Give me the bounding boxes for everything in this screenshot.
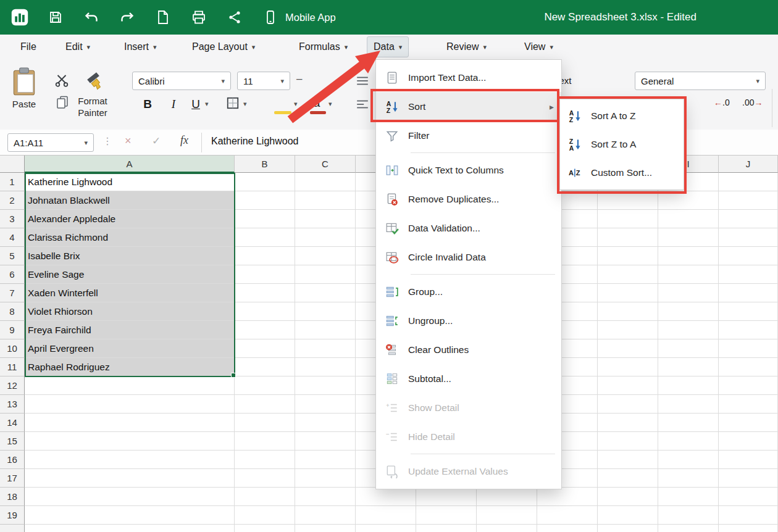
cell-h19[interactable] xyxy=(598,506,658,525)
cell-b1[interactable] xyxy=(235,173,295,191)
cell-h3[interactable] xyxy=(598,210,658,228)
cell-c19[interactable] xyxy=(295,506,356,525)
cell-j1[interactable] xyxy=(719,173,778,191)
font-name-select[interactable]: Calibri ▾ xyxy=(132,72,231,90)
cell-a5[interactable]: Isabelle Brix xyxy=(25,247,235,265)
cell-i2[interactable] xyxy=(658,191,719,210)
column-header-j[interactable]: J xyxy=(719,156,778,173)
cell-j9[interactable] xyxy=(719,321,778,339)
cell-c12[interactable] xyxy=(295,376,356,395)
number-format-select[interactable]: General ▾ xyxy=(635,72,766,90)
cell-h15[interactable] xyxy=(598,432,658,451)
row-header-5[interactable]: 5 xyxy=(0,247,25,265)
data-menu-item-quick-text-to-columns[interactable]: Quick Text to Columns xyxy=(376,156,561,185)
bold-button[interactable]: B xyxy=(140,95,156,114)
share-icon[interactable] xyxy=(226,9,243,26)
data-menu-item-filter[interactable]: Filter xyxy=(376,121,561,150)
mobile-app-button[interactable]: Mobile App xyxy=(262,9,336,26)
row-header-8[interactable]: 8 xyxy=(0,302,25,321)
cell-j6[interactable] xyxy=(719,265,778,284)
cell-h16[interactable] xyxy=(598,451,658,469)
cancel-entry-icon[interactable]: × xyxy=(125,135,132,148)
cell-j8[interactable] xyxy=(719,302,778,321)
cell-b5[interactable] xyxy=(235,247,295,265)
cell-i15[interactable] xyxy=(658,432,719,451)
chevron-down-icon[interactable]: ▾ xyxy=(205,100,209,108)
row-header-20[interactable] xyxy=(0,525,25,532)
cell-h18[interactable] xyxy=(598,488,658,506)
menubar-item-file[interactable]: File xyxy=(14,36,43,57)
cell-b17[interactable] xyxy=(235,469,295,488)
cell-b18[interactable] xyxy=(235,488,295,506)
data-menu-item-update-external-values[interactable]: Update External Values xyxy=(376,457,561,486)
cell-c2[interactable] xyxy=(295,191,356,210)
print-icon[interactable] xyxy=(190,9,207,26)
cell-h17[interactable] xyxy=(598,469,658,488)
menubar-item-review[interactable]: Review▾ xyxy=(440,36,493,57)
cell-c13[interactable] xyxy=(295,395,356,414)
align-left-icon[interactable] xyxy=(356,99,369,112)
cell-h12[interactable] xyxy=(598,376,658,395)
row-header-2[interactable]: 2 xyxy=(0,191,25,210)
cell-c14[interactable] xyxy=(295,414,356,432)
sort-submenu-item-sort-z-to-a[interactable]: ZASort Z to A xyxy=(560,130,684,159)
redo-icon[interactable] xyxy=(119,9,136,26)
confirm-entry-icon[interactable]: ✓ xyxy=(152,135,161,148)
name-box[interactable]: A1:A11 ▾ xyxy=(7,133,94,152)
row-header-13[interactable]: 13 xyxy=(0,395,25,414)
cell-c8[interactable] xyxy=(295,302,356,321)
cell-b6[interactable] xyxy=(235,265,295,284)
row-header-9[interactable]: 9 xyxy=(0,321,25,339)
cell-c20[interactable] xyxy=(295,525,356,532)
cell-i11[interactable] xyxy=(658,358,719,376)
sort-submenu-item-custom-sort[interactable]: AZCustom Sort... xyxy=(560,159,684,187)
formula-input[interactable]: Katherine Lighwood xyxy=(211,136,298,147)
cell-c10[interactable] xyxy=(295,339,356,358)
column-header-c[interactable]: C xyxy=(295,156,356,173)
cell-b15[interactable] xyxy=(235,432,295,451)
cell-i4[interactable] xyxy=(658,228,719,247)
cell-h10[interactable] xyxy=(598,339,658,358)
row-header-14[interactable]: 14 xyxy=(0,414,25,432)
cell-c17[interactable] xyxy=(295,469,356,488)
cell-j19[interactable] xyxy=(719,506,778,525)
row-header-18[interactable]: 18 xyxy=(0,488,25,506)
cell-i12[interactable] xyxy=(658,376,719,395)
cell-c16[interactable] xyxy=(295,451,356,469)
cell-e19[interactable] xyxy=(416,506,477,525)
cell-j10[interactable] xyxy=(719,339,778,358)
cell-a4[interactable]: Clarissa Richmond xyxy=(25,228,235,247)
cell-h2[interactable] xyxy=(598,191,658,210)
cell-j11[interactable] xyxy=(719,358,778,376)
chevron-down-icon[interactable]: ▾ xyxy=(328,100,332,108)
cell-a6[interactable]: Eveline Sage xyxy=(25,265,235,284)
menubar-item-view[interactable]: View▾ xyxy=(517,36,560,57)
cell-c1[interactable] xyxy=(295,173,356,191)
cell-j18[interactable] xyxy=(719,488,778,506)
cell-a10[interactable]: April Evergreen xyxy=(25,339,235,358)
cell-h20[interactable] xyxy=(598,525,658,532)
cell-j4[interactable] xyxy=(719,228,778,247)
cell-f19[interactable] xyxy=(477,506,537,525)
highlight-color-bar[interactable] xyxy=(274,111,291,114)
cell-h6[interactable] xyxy=(598,265,658,284)
data-menu-item-hide-detail[interactable]: −Hide Detail xyxy=(376,422,561,451)
cell-a14[interactable] xyxy=(25,414,235,432)
menubar-item-insert[interactable]: Insert▾ xyxy=(117,36,164,57)
cell-g19[interactable] xyxy=(537,506,598,525)
cell-h11[interactable] xyxy=(598,358,658,376)
cell-c3[interactable] xyxy=(295,210,356,228)
row-header-15[interactable]: 15 xyxy=(0,432,25,451)
decrease-decimal-icon[interactable]: .00→ xyxy=(742,98,763,107)
cell-d20[interactable] xyxy=(356,525,416,532)
font-color-button[interactable]: a xyxy=(309,94,325,112)
cell-b14[interactable] xyxy=(235,414,295,432)
underline-button[interactable]: U xyxy=(188,95,204,114)
cell-h5[interactable] xyxy=(598,247,658,265)
undo-icon[interactable] xyxy=(83,9,100,26)
data-menu-item-circle-invalid-data[interactable]: Circle Invalid Data xyxy=(376,243,561,272)
save-icon[interactable] xyxy=(47,9,64,26)
cell-b7[interactable] xyxy=(235,284,295,302)
italic-button[interactable]: I xyxy=(165,95,182,114)
cell-b11[interactable] xyxy=(235,358,295,376)
